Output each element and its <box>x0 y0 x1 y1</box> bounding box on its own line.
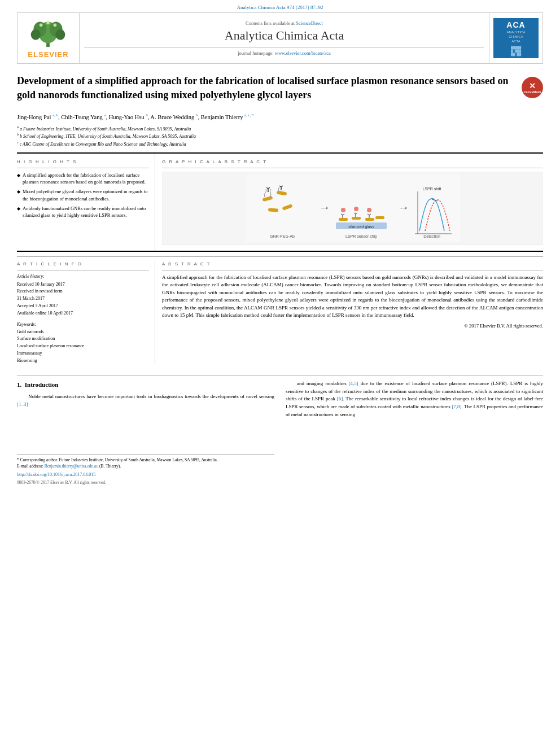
article-info-left: A R T I C L E I N F O Article history: R… <box>17 261 155 365</box>
svg-rect-26 <box>375 216 384 219</box>
citation-text: Analytica Chimica Acta 974 (2017) 87–92 <box>237 5 323 10</box>
article-title: Development of a simplified approach for… <box>17 74 516 102</box>
available-date: Available online 10 April 2017 <box>17 310 149 317</box>
highlight-item-2: ◆ Mixed polyethylene glycol adlayers wer… <box>17 188 149 202</box>
highlights-heading: H I G H L I G H T S <box>17 159 149 164</box>
introduction-section: 1. Introduction Noble metal nanostructur… <box>17 375 543 486</box>
svg-rect-23 <box>339 218 348 221</box>
citation-2[interactable]: [4,5] <box>349 381 358 386</box>
science-direct-link[interactable]: ScienceDirect <box>296 20 323 26</box>
abstract-heading: A B S T R A C T <box>162 261 543 267</box>
article-title-text: Development of a simplified approach for… <box>17 74 516 107</box>
bullet-3: ◆ <box>17 206 20 212</box>
affiliation-a: a a Future Industries Institute, Univers… <box>17 125 543 133</box>
highlight-item-1: ◆ A simplified approach for the fabricat… <box>17 172 149 186</box>
bullet-1: ◆ <box>17 172 20 179</box>
homepage-link[interactable]: www.elsevier.com/locate/aca <box>275 50 331 56</box>
authors-line: Jing-Hong Pai a, b, Chih-Tsung Yang a, H… <box>17 112 543 122</box>
article-info-section: A R T I C L E I N F O Article history: R… <box>17 256 543 369</box>
graphical-abstract-heading: G R A P H I C A L A B S T R A C T <box>162 159 543 164</box>
homepage-line: journal homepage: www.elsevier.com/locat… <box>238 50 331 56</box>
main-content-border: H I G H L I G H T S ◆ A simplified appro… <box>17 152 543 252</box>
graphical-abstract-underline <box>162 168 543 168</box>
graphical-abstract-column: G R A P H I C A L A B S T R A C T <box>155 154 543 251</box>
bullet-2: ◆ <box>17 189 20 195</box>
email-link[interactable]: Benjamin.thierry@unisa.edu.au <box>45 464 98 469</box>
highlights-column: H I G H L I G H T S ◆ A simplified appro… <box>17 154 155 251</box>
elsevier-logo: ELSEVIER <box>28 18 68 59</box>
footnotes: * Corresponding author. Future Industrie… <box>17 454 274 487</box>
svg-rect-24 <box>352 217 361 220</box>
svg-text:LSPR shift: LSPR shift <box>422 187 441 191</box>
keyword-4: Immunoassay <box>17 350 149 357</box>
svg-text:GNR-PEG-Ab: GNR-PEG-Ab <box>270 234 295 238</box>
keywords-label: Keywords: <box>17 322 149 327</box>
journal-header-center: Contents lists available at ScienceDirec… <box>80 13 489 63</box>
intro-col-left: 1. Introduction Noble metal nanostructur… <box>17 380 274 486</box>
issn-line: 0003-2670/© 2017 Elsevier B.V. All right… <box>17 479 274 486</box>
aca-logo-area: ACA ANALYTICACHIMICAACTA ▓▓▓▓▓▓░▓▓▓▓▓░▓▓ <box>489 13 542 63</box>
abstract-underline <box>162 270 543 270</box>
elsevier-logo-area: ELSEVIER <box>18 13 80 63</box>
affiliations: a a Future Industries Institute, Univers… <box>17 125 543 148</box>
svg-point-5 <box>56 29 65 40</box>
svg-point-8 <box>47 21 50 25</box>
keyword-1: Gold nanorods <box>17 329 149 336</box>
svg-point-38 <box>367 208 371 212</box>
header-divider <box>84 47 484 48</box>
affiliation-b: b b School of Engineering, ITEE, Univers… <box>17 132 543 140</box>
science-direct-line: Contents lists available at ScienceDirec… <box>246 20 323 26</box>
highlights-abstract-section: H I G H L I G H T S ◆ A simplified appro… <box>17 154 543 251</box>
affiliation-c: c c ARC Centre of Excellence in Converge… <box>17 140 543 148</box>
copyright-line: © 2017 Elsevier B.V. All rights reserved… <box>162 323 543 329</box>
crossmark-icon[interactable]: ✕ CrossMark <box>522 77 543 98</box>
intro-paragraph-2: and imaging modalities [4,5] due to the … <box>286 380 543 420</box>
intro-col-right: and imaging modalities [4,5] due to the … <box>286 380 543 486</box>
introduction-content: 1. Introduction Noble metal nanostructur… <box>17 380 543 486</box>
svg-text:Detection: Detection <box>423 234 440 238</box>
abstract-text: A simplified approach for the fabricatio… <box>162 274 543 320</box>
svg-point-4 <box>31 29 41 40</box>
elsevier-tree-icon <box>28 18 68 49</box>
abstract-section: A B S T R A C T A simplified approach fo… <box>155 261 543 365</box>
revised-date: 31 March 2017 <box>17 295 149 303</box>
citation-1[interactable]: [1–3] <box>17 401 28 407</box>
intro-paragraph-1: Noble metal nanostructures have become i… <box>17 393 274 409</box>
journal-title: Analytica Chimica Acta <box>225 28 344 43</box>
aca-logo: ACA ANALYTICACHIMICAACTA ▓▓▓▓▓▓░▓▓▓▓▓░▓▓ <box>493 18 539 58</box>
keyword-3: Localised surface plasmon resonance <box>17 343 149 350</box>
intro-title: 1. Introduction <box>17 380 274 390</box>
citation-4[interactable]: [7,8] <box>452 404 461 409</box>
highlights-underline <box>17 168 149 168</box>
article-title-section: Development of a simplified approach for… <box>17 74 543 107</box>
keyword-5: Biosensing <box>17 357 149 365</box>
accepted-date: Accepted 3 April 2017 <box>17 303 149 310</box>
svg-point-6 <box>40 23 43 27</box>
corresponding-author-note: * Corresponding author. Future Industrie… <box>17 457 274 463</box>
svg-point-36 <box>341 208 345 212</box>
graphical-abstract-svg: → silanized glass <box>246 174 460 242</box>
crossmark-area[interactable]: ✕ CrossMark <box>522 77 543 98</box>
highlight-item-3: ◆ Antibody functionalized GNRs can be re… <box>17 205 149 219</box>
journal-citation: Analytica Chimica Acta 974 (2017) 87–92 <box>0 0 560 12</box>
svg-text:→: → <box>398 201 409 213</box>
svg-point-7 <box>54 23 57 27</box>
article-info-underline <box>17 270 149 270</box>
svg-point-37 <box>354 207 358 211</box>
svg-text:→: → <box>319 201 330 213</box>
revised-label: Received in revised form <box>17 288 149 295</box>
citation-3[interactable]: [6] <box>337 396 343 401</box>
doi-link[interactable]: http://dx.doi.org/10.1016/j.aca.2017.04.… <box>17 471 274 478</box>
email-line: E-mail address: Benjamin.thierry@unisa.e… <box>17 463 274 469</box>
journal-header-box: ELSEVIER Contents lists available at Sci… <box>17 12 543 64</box>
svg-text:silanized glass: silanized glass <box>348 225 374 229</box>
elsevier-label: ELSEVIER <box>28 50 68 59</box>
history-label: Article history: <box>17 274 149 279</box>
keyword-2: Surface modification <box>17 335 149 343</box>
svg-text:LSPR sensor chip: LSPR sensor chip <box>345 234 377 239</box>
received-date: Received 10 January 2017 <box>17 281 149 289</box>
svg-rect-25 <box>365 218 374 221</box>
graphical-abstract-image: → silanized glass <box>162 172 543 245</box>
article-info-heading: A R T I C L E I N F O <box>17 261 149 267</box>
svg-rect-9 <box>246 174 460 242</box>
